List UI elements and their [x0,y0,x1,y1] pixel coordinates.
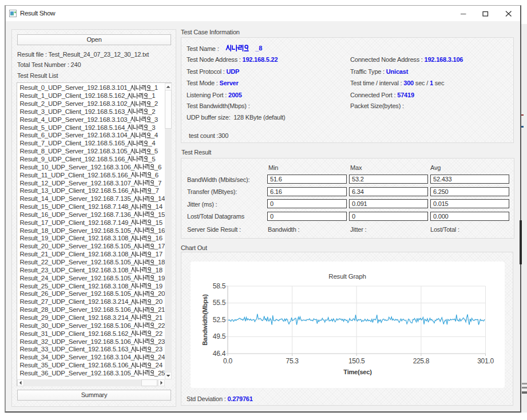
svg-text:46.4: 46.4 [213,350,226,358]
svg-text:0.0: 0.0 [223,357,232,365]
svg-text:58.5: 58.5 [213,282,226,290]
svg-text:225.8: 225.8 [413,357,430,365]
svg-text:75.3: 75.3 [286,357,299,365]
svg-text:52.5: 52.5 [213,316,226,324]
svg-text:55.5: 55.5 [213,299,226,307]
svg-text:301.0: 301.0 [477,357,494,365]
svg-text:49.5: 49.5 [213,332,226,340]
svg-text:Bandwidth(Mbps): Bandwidth(Mbps) [201,294,208,346]
svg-text:Time(sec): Time(sec) [343,369,372,375]
svg-text:Result Graph: Result Graph [328,273,366,280]
svg-text:150.5: 150.5 [348,357,365,365]
